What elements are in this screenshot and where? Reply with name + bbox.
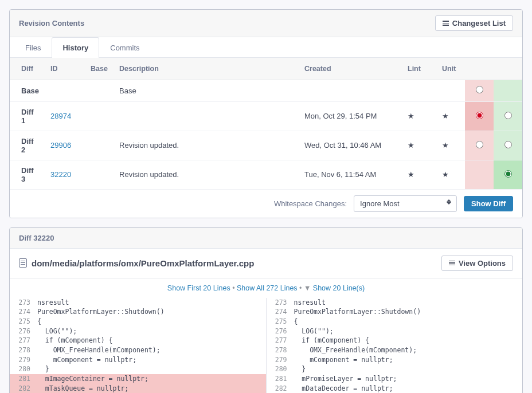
changeset-label: Changeset List — [452, 19, 506, 27]
col-id: ID — [45, 58, 85, 80]
code-row: 280 } — [267, 364, 523, 374]
radio-to-cell — [494, 160, 522, 189]
line-number: 276 — [10, 327, 35, 336]
show-diff-button[interactable]: Show Diff — [464, 196, 513, 211]
col-radio-b — [494, 58, 522, 80]
diff-created: Mon, Oct 29, 1:54 PM — [299, 101, 402, 131]
lint-status: ★ — [402, 131, 436, 160]
whitespace-select[interactable]: Ignore Most — [354, 195, 457, 212]
radio-from[interactable] — [476, 141, 483, 148]
radio-from-cell — [465, 131, 494, 160]
radio-from-cell — [465, 101, 494, 131]
tab-commits[interactable]: Commits — [99, 37, 150, 58]
shield-links: Show First 20 Lines • Show All 272 Lines… — [10, 278, 522, 298]
line-number: 281 — [10, 374, 35, 384]
show-first-link[interactable]: Show First 20 Lines — [167, 284, 230, 292]
diff-panel: Diff 32220 dom/media/platforms/omx/PureO… — [9, 227, 523, 394]
code-row: 275{ — [267, 317, 523, 327]
code-row: 277 if (mComponent) { — [10, 336, 266, 345]
code-text: LOG(""); — [292, 327, 523, 336]
radio-from[interactable] — [476, 86, 483, 93]
table-row: Diff 229906Revision updated.Wed, Oct 31,… — [10, 131, 522, 160]
code-text: mComponent = nullptr; — [292, 355, 523, 365]
diff-desc: Revision updated. — [114, 160, 299, 189]
code-row: 281 mPromiseLayer = nullptr; — [267, 374, 523, 384]
diff-label: Diff 2 — [21, 137, 34, 154]
line-number: 280 — [10, 364, 35, 374]
diff-right-side: 273nsresult274PureOmxPlatformLayer::Shut… — [267, 298, 523, 394]
code-row: 281 mImageContainer = nullptr; — [10, 374, 266, 384]
code-text: { — [35, 317, 266, 327]
radio-to-cell — [494, 131, 522, 160]
col-created: Created — [299, 58, 402, 80]
diff-id-link[interactable]: 28974 — [50, 112, 71, 120]
radio-from[interactable] — [476, 112, 483, 119]
line-number: 278 — [10, 345, 35, 355]
line-number: 275 — [267, 317, 292, 327]
line-number: 278 — [267, 345, 292, 355]
diff-label: Diff 1 — [21, 108, 34, 125]
code-text: LOG(""); — [35, 327, 266, 336]
code-row: 282 mDataDecoder = nullptr; — [267, 384, 523, 393]
tab-history[interactable]: History — [52, 37, 99, 58]
diff-created: Tue, Nov 6, 11:54 AM — [299, 160, 402, 189]
lint-status — [402, 80, 436, 101]
tab-files[interactable]: Files — [14, 37, 52, 58]
diff-title: Diff 32220 — [19, 234, 54, 242]
code-text: if (mComponent) { — [292, 336, 523, 345]
code-text: } — [292, 364, 523, 374]
code-text: PureOmxPlatformLayer::Shutdown() — [35, 307, 266, 317]
show-all-link[interactable]: Show All 272 Lines — [237, 284, 298, 292]
radio-to[interactable] — [504, 170, 512, 178]
diff-left-side: 273nsresult274PureOmxPlatformLayer::Shut… — [10, 298, 267, 394]
radio-to[interactable] — [504, 141, 512, 148]
diff-desc: Base — [114, 80, 299, 101]
col-lint: Lint — [402, 58, 436, 80]
radio-to[interactable] — [504, 112, 512, 119]
code-text: mComponent = nullptr; — [35, 355, 266, 365]
code-row: 279 mComponent = nullptr; — [267, 355, 523, 365]
whitespace-label: Whitespace Changes: — [274, 199, 347, 208]
line-number: 279 — [267, 355, 292, 365]
code-text: if (mComponent) { — [35, 336, 266, 345]
diff-id-link[interactable]: 29906 — [50, 141, 71, 150]
line-number: 280 — [267, 364, 292, 374]
file-icon — [19, 258, 27, 268]
code-row: 282 mTaskQueue = nullptr; — [10, 384, 266, 393]
code-text: nsresult — [292, 298, 523, 308]
changeset-list-button[interactable]: Changeset List — [435, 15, 513, 31]
list-icon — [443, 21, 449, 26]
panel-title: Revision Contents — [19, 19, 84, 27]
col-base: Base — [85, 58, 114, 80]
radio-from-cell — [465, 80, 494, 101]
code-text: nsresult — [35, 298, 266, 308]
diff-label: Base — [21, 87, 39, 95]
show-next-link[interactable]: Show 20 Line(s) — [313, 284, 365, 292]
history-table: Diff ID Base Description Created Lint Un… — [10, 58, 522, 190]
line-number: 282 — [10, 384, 35, 393]
diff-created: Wed, Oct 31, 10:46 AM — [299, 131, 402, 160]
code-row: 274PureOmxPlatformLayer::Shutdown() — [267, 307, 523, 317]
diff-id-link[interactable]: 32220 — [50, 170, 71, 179]
code-row: 276 LOG(""); — [267, 327, 523, 336]
whitespace-select-wrap: Ignore Most — [354, 195, 457, 212]
view-options-label: View Options — [459, 259, 506, 268]
radio-from-cell — [465, 160, 494, 189]
lint-status: ★ — [402, 101, 436, 131]
revision-contents-panel: Revision Contents Changeset List Files H… — [9, 9, 523, 218]
code-text: mTaskQueue = nullptr; — [35, 384, 266, 393]
code-row: 279 mComponent = nullptr; — [10, 355, 266, 365]
line-number: 273 — [267, 298, 292, 308]
code-text: mDataDecoder = nullptr; — [292, 384, 523, 393]
line-number: 281 — [267, 374, 292, 384]
diff-label: Diff 3 — [21, 166, 34, 183]
code-row: 280 } — [10, 364, 266, 374]
diff-desc — [114, 101, 299, 131]
line-number: 274 — [267, 307, 292, 317]
view-options-button[interactable]: View Options — [441, 256, 513, 271]
code-row: 278 OMX_FreeHandle(mComponent); — [267, 345, 523, 355]
code-text: PureOmxPlatformLayer::Shutdown() — [292, 307, 523, 317]
tabs: Files History Commits — [10, 37, 522, 58]
unit-status: ★ — [436, 160, 465, 189]
col-desc: Description — [114, 58, 299, 80]
